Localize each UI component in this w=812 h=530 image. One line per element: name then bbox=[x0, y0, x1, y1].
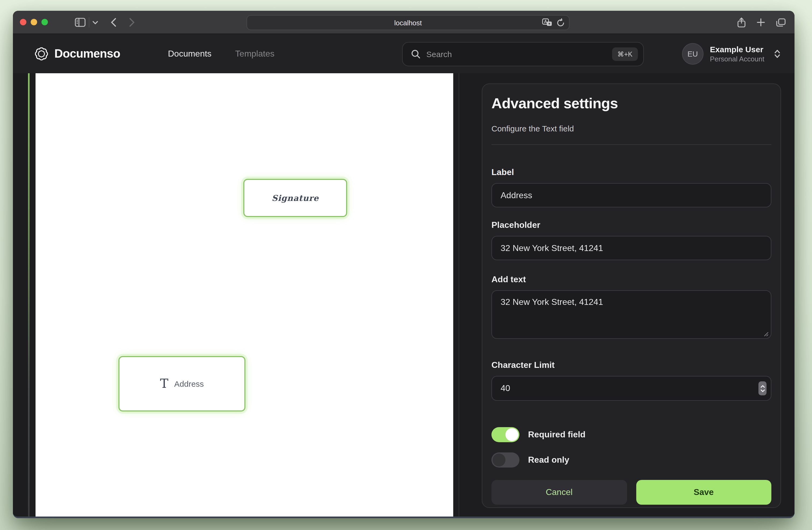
addtext-field-label: Add text bbox=[491, 275, 771, 284]
toolbar-right-icons bbox=[737, 11, 786, 34]
content-area: Signature T Address Advanced settings Co… bbox=[13, 73, 795, 518]
user-menu[interactable]: EU Example User Personal Account bbox=[682, 34, 781, 73]
placeholder-input[interactable] bbox=[491, 236, 771, 260]
resize-handle-icon[interactable] bbox=[764, 332, 769, 337]
reload-icon[interactable] bbox=[556, 18, 565, 27]
address-field-label: Address bbox=[174, 379, 204, 388]
chevron-up-down-icon bbox=[774, 49, 781, 59]
user-name: Example User bbox=[710, 44, 764, 54]
signature-field-label: Signature bbox=[272, 193, 319, 203]
documenso-logo-icon bbox=[34, 47, 48, 61]
brand[interactable]: Documenso bbox=[34, 34, 120, 73]
user-account: Personal Account bbox=[710, 54, 764, 64]
panel-divider bbox=[459, 73, 459, 518]
screen: localhost A ✶ bbox=[0, 0, 812, 530]
charlimit-field-label: Character Limit bbox=[491, 360, 771, 370]
forward-icon[interactable] bbox=[126, 11, 138, 34]
text-field-icon: T bbox=[160, 378, 169, 390]
avatar: EU bbox=[682, 43, 704, 65]
cancel-button[interactable]: Cancel bbox=[491, 480, 627, 505]
document-edge-accent bbox=[28, 73, 30, 518]
svg-text:✶: ✶ bbox=[548, 22, 551, 26]
label-input[interactable] bbox=[491, 183, 771, 207]
required-field-toggle[interactable] bbox=[491, 427, 520, 442]
label-field-label: Label bbox=[491, 168, 771, 177]
address-bar-icons: A ✶ bbox=[542, 16, 565, 30]
minimize-window-button[interactable] bbox=[31, 19, 37, 25]
nav-documents[interactable]: Documents bbox=[168, 49, 212, 59]
panel-subtitle: Configure the Text field bbox=[491, 124, 771, 133]
browser-toolbar: localhost A ✶ bbox=[13, 11, 795, 34]
read-only-label: Read only bbox=[528, 455, 569, 465]
number-stepper[interactable] bbox=[758, 381, 767, 395]
panel-divider-line bbox=[491, 144, 771, 145]
browser-window: localhost A ✶ bbox=[13, 11, 795, 518]
back-icon[interactable] bbox=[108, 11, 119, 34]
search-icon bbox=[411, 50, 420, 59]
addtext-textarea[interactable]: 32 New York Street, 41241 bbox=[491, 290, 771, 339]
signature-field[interactable]: Signature bbox=[243, 179, 347, 217]
save-button[interactable]: Save bbox=[636, 480, 771, 505]
new-tab-icon[interactable] bbox=[757, 18, 765, 26]
search-input[interactable]: Search ⌘+K bbox=[402, 42, 644, 66]
placeholder-field-label: Placeholder bbox=[491, 220, 771, 230]
nav-templates[interactable]: Templates bbox=[235, 49, 275, 59]
url-text: localhost bbox=[394, 18, 422, 27]
read-only-toggle[interactable] bbox=[491, 452, 520, 468]
chevron-down-icon[interactable] bbox=[91, 11, 100, 34]
advanced-settings-card: Advanced settings Configure the Text fie… bbox=[482, 83, 781, 508]
address-bar[interactable]: localhost A ✶ bbox=[247, 15, 569, 30]
search-placeholder: Search bbox=[426, 50, 612, 59]
charlimit-input[interactable] bbox=[491, 376, 771, 401]
svg-text:A: A bbox=[544, 19, 547, 24]
toggle-knob bbox=[493, 454, 505, 466]
app-header: Documenso Documents Templates Search ⌘+K… bbox=[13, 34, 795, 73]
search-shortcut-badge: ⌘+K bbox=[612, 47, 638, 61]
fullscreen-window-button[interactable] bbox=[41, 19, 48, 25]
share-icon[interactable] bbox=[737, 17, 745, 27]
sidebar-toggle-icon[interactable] bbox=[73, 11, 87, 34]
main-nav: Documents Templates bbox=[168, 34, 275, 73]
panel-title: Advanced settings bbox=[491, 95, 771, 112]
address-field[interactable]: T Address bbox=[118, 356, 245, 412]
brand-name: Documenso bbox=[54, 47, 120, 61]
toolbar-separator bbox=[89, 17, 89, 27]
tabs-overview-icon[interactable] bbox=[776, 18, 786, 27]
required-field-label: Required field bbox=[528, 430, 585, 440]
close-window-button[interactable] bbox=[20, 19, 26, 25]
toggle-knob bbox=[505, 428, 518, 441]
window-controls bbox=[20, 19, 48, 25]
document-page: Signature T Address bbox=[35, 73, 453, 518]
translate-icon[interactable]: A ✶ bbox=[542, 18, 552, 27]
